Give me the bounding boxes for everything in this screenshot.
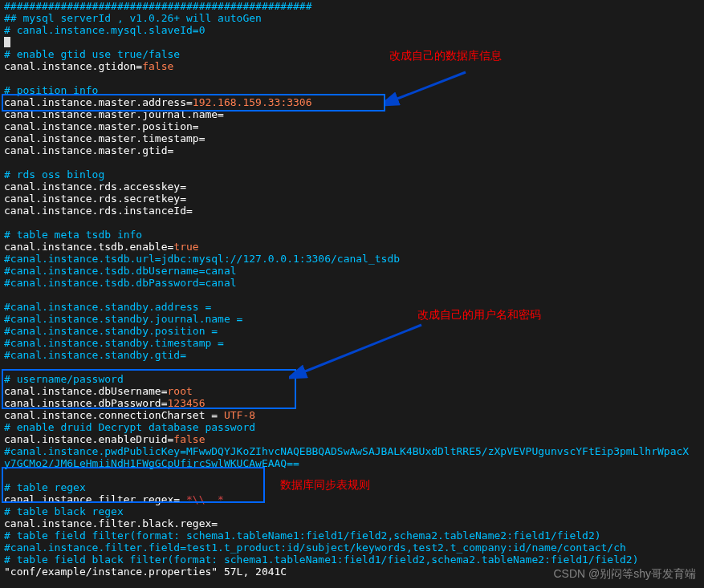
- code-line-db-username: canal.instance.dbUsername=root: [4, 385, 704, 397]
- code-line: canal.instance.connectionCharset = UTF-8: [4, 409, 704, 421]
- code-line: #canal.instance.pwdPublicKey=MFwwDQYJKoZ…: [4, 445, 704, 457]
- code-line: #canal.instance.standby.address =: [4, 301, 704, 313]
- code-line: [4, 36, 704, 48]
- code-line: # username/password: [4, 373, 704, 385]
- code-line: # enable gtid use true/false: [4, 48, 704, 60]
- code-line-db-password: canal.instance.dbPassword=123456: [4, 397, 704, 409]
- code-line: [4, 289, 704, 301]
- code-line: # table field filter(format: schema1.tab…: [4, 529, 704, 541]
- code-line: #canal.instance.standby.timestamp =: [4, 337, 704, 349]
- code-line: #canal.instance.standby.journal.name =: [4, 313, 704, 325]
- code-line: #canal.instance.tsdb.url=jdbc:mysql://12…: [4, 253, 704, 265]
- code-line: #canal.instance.tsdb.dbPassword=canal: [4, 277, 704, 289]
- code-line-filter-regex: canal.instance.filter.regex=.*\\..*: [4, 493, 704, 505]
- code-line: # table field black filter(format: schem…: [4, 554, 704, 566]
- code-line: [4, 156, 704, 168]
- code-line: [4, 361, 704, 373]
- code-line: canal.instance.master.journal.name=: [4, 108, 704, 120]
- code-line: canal.instance.rds.accesskey=: [4, 180, 704, 193]
- code-line: [4, 217, 704, 229]
- code-line: canal.instance.master.timestamp=: [4, 132, 704, 144]
- editor-content[interactable]: ########################################…: [4, 0, 704, 578]
- code-line: #canal.instance.standby.position =: [4, 325, 704, 337]
- watermark: CSDN @别闷等shy哥发育端: [553, 568, 696, 580]
- code-line: #canal.instance.filter.field=test1.t_pro…: [4, 541, 704, 554]
- code-line: canal.instance.master.position=: [4, 120, 704, 132]
- code-line: canal.instance.enableDruid=false: [4, 433, 704, 445]
- code-line: y7GCMo2/JM6LeHmiiNdH1FWgGCpUfircSwlWKUCA…: [4, 457, 704, 469]
- code-line: canal.instance.rds.secretkey=: [4, 193, 704, 205]
- code-line: # canal.instance.mysql.slaveId=0: [4, 24, 704, 36]
- annotation-regex: 数据库同步表规则: [280, 479, 370, 491]
- code-line: #canal.instance.tsdb.dbUsername=canal: [4, 265, 704, 277]
- code-line: # table meta tsdb info: [4, 229, 704, 241]
- code-line: # enable druid Decrypt database password: [4, 421, 704, 433]
- annotation-db-info: 改成自己的数据库信息: [389, 50, 502, 62]
- code-line: # position info: [4, 84, 704, 96]
- code-line: canal.instance.rds.instanceId=: [4, 205, 704, 217]
- code-line: #canal.instance.standby.gtid=: [4, 349, 704, 361]
- code-line-master-address: canal.instance.master.address=192.168.15…: [4, 96, 704, 108]
- code-line: # table black regex: [4, 505, 704, 517]
- code-line: canal.instance.gtidon=false: [4, 60, 704, 72]
- cursor-icon: [4, 37, 10, 47]
- code-line: canal.instance.master.gtid=: [4, 144, 704, 156]
- code-line: canal.instance.filter.black.regex=: [4, 517, 704, 529]
- code-line: [4, 72, 704, 84]
- code-line: canal.instance.tsdb.enable=true: [4, 241, 704, 253]
- code-line: # rds oss binlog: [4, 168, 704, 180]
- code-line: ########################################…: [4, 0, 704, 12]
- code-line: ## mysql serverId , v1.0.26+ will autoGe…: [4, 12, 704, 24]
- annotation-credentials: 改成自己的用户名和密码: [417, 309, 541, 321]
